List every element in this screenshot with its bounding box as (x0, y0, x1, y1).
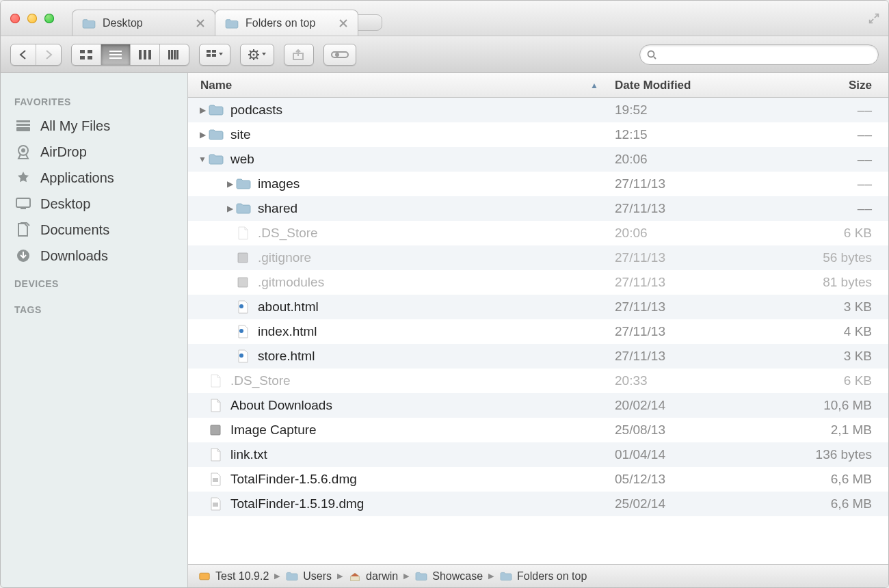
svg-line-31 (256, 51, 258, 52)
file-row[interactable]: About Downloads 20/02/14 10,6 MB (188, 393, 888, 418)
file-row[interactable]: index.html 27/11/13 4 KB (188, 319, 888, 344)
share-button[interactable] (284, 44, 314, 66)
column-date-modified[interactable]: Date Modified (608, 79, 779, 92)
disclosure-triangle-icon[interactable]: ▶ (198, 105, 207, 115)
file-date: 12:15 (608, 127, 779, 142)
folder-icon (414, 571, 428, 582)
column-name[interactable]: Name ▲ (188, 79, 608, 92)
file-row[interactable]: ▶ site 12:15 –– (188, 122, 888, 147)
file-rows: ▶ podcasts 19:52 –– ▶ site 12:15 –– ▼ we… (188, 98, 888, 564)
file-row[interactable]: ▶ images 27/11/13 –– (188, 172, 888, 196)
path-label: Users (303, 570, 332, 583)
path-label: darwin (366, 570, 398, 583)
path-label: Test 10.9.2 (215, 570, 269, 583)
file-row[interactable]: TotalFinder-1.5.19.dmg 25/02/14 6,6 MB (188, 492, 888, 516)
column-size[interactable]: Size (779, 79, 888, 92)
view-coverflow-button[interactable] (160, 44, 189, 65)
path-item[interactable]: Test 10.9.2 (198, 570, 269, 583)
nav-forward-button[interactable] (36, 44, 61, 65)
file-row[interactable]: about.html 27/11/13 3 KB (188, 295, 888, 319)
file-name: .DS_Store (230, 373, 291, 388)
file-icon (207, 373, 225, 388)
svg-line-28 (250, 51, 251, 52)
tab-close-icon[interactable] (196, 18, 205, 28)
folder-icon (235, 176, 252, 191)
file-row[interactable]: Image Capture 25/08/13 2,1 MB (188, 418, 888, 442)
svg-rect-13 (148, 50, 151, 59)
arrange-button[interactable] (199, 44, 230, 66)
file-row[interactable]: .gitignore 27/11/13 56 bytes (188, 245, 888, 270)
svg-rect-18 (207, 50, 211, 53)
sidebar-item-label: AirDrop (40, 144, 87, 160)
sidebar-item[interactable]: Desktop (1, 191, 187, 217)
fullscreen-icon[interactable] (868, 12, 880, 25)
sidebar-item-label: All My Files (40, 118, 110, 134)
path-label: Folders on top (517, 570, 587, 583)
window-minimize-icon[interactable] (27, 14, 37, 23)
disclosure-triangle-icon[interactable]: ▼ (198, 155, 207, 164)
file-row[interactable]: .DS_Store 20:06 6 KB (188, 221, 888, 245)
file-date: 19:52 (608, 103, 779, 118)
svg-point-41 (21, 148, 25, 152)
file-date: 27/11/13 (608, 324, 779, 339)
folder-icon (82, 18, 96, 29)
svg-rect-11 (139, 50, 142, 59)
html-file-icon (235, 349, 252, 364)
file-row[interactable]: TotalFinder-1.5.6.dmg 05/12/13 6,6 MB (188, 467, 888, 492)
window-close-icon[interactable] (10, 14, 20, 23)
path-item[interactable]: Folders on top (499, 570, 587, 583)
file-row[interactable]: ▼ web 20:06 –– (188, 147, 888, 172)
file-row[interactable]: .gitmodules 27/11/13 81 bytes (188, 270, 888, 295)
file-size: 6,6 MB (779, 472, 888, 487)
svg-rect-39 (16, 127, 30, 131)
view-column-button[interactable] (131, 44, 160, 65)
file-name: store.html (258, 349, 315, 364)
view-list-button[interactable] (101, 44, 131, 65)
path-item[interactable]: darwin (348, 570, 398, 583)
file-row[interactable]: .DS_Store 20:33 6 KB (188, 369, 888, 393)
tab-label: Folders on top (246, 17, 339, 29)
tags-button[interactable] (323, 44, 356, 66)
path-item[interactable]: Users (285, 570, 332, 583)
file-row[interactable]: ▶ shared 27/11/13 –– (188, 196, 888, 221)
nav-back-button[interactable] (11, 44, 36, 65)
file-date: 20:33 (608, 373, 779, 388)
svg-rect-9 (109, 54, 122, 55)
file-date: 27/11/13 (608, 176, 779, 191)
search-field[interactable] (639, 44, 879, 65)
file-size: –– (779, 152, 888, 167)
path-item[interactable]: Showcase (414, 570, 483, 583)
file-date: 25/08/13 (608, 423, 779, 438)
window-zoom-icon[interactable] (44, 14, 54, 23)
file-size: –– (779, 127, 888, 142)
tab[interactable]: Desktop (72, 10, 215, 36)
file-row[interactable]: ▶ podcasts 19:52 –– (188, 98, 888, 122)
svg-line-30 (250, 57, 251, 59)
sidebar-item[interactable]: Applications (1, 165, 187, 191)
file-size: –– (779, 176, 888, 191)
action-button[interactable] (240, 44, 274, 66)
search-input[interactable] (661, 49, 871, 60)
svg-rect-33 (332, 52, 348, 57)
new-tab-button[interactable] (358, 14, 382, 31)
file-name: TotalFinder-1.5.6.dmg (230, 472, 357, 487)
tab[interactable]: Folders on top (215, 10, 358, 36)
disclosure-triangle-icon[interactable]: ▶ (225, 204, 235, 213)
tab-close-icon[interactable] (339, 18, 348, 28)
disclosure-triangle-icon[interactable]: ▶ (198, 130, 207, 139)
sidebar-item[interactable]: All My Files (1, 113, 187, 139)
svg-rect-19 (212, 50, 216, 53)
file-date: 20:06 (608, 226, 779, 241)
chevron-right-icon: ▶ (337, 572, 343, 580)
file-name: About Downloads (230, 398, 332, 413)
sidebar-item[interactable]: AirDrop (1, 139, 187, 165)
folder-icon (207, 127, 225, 142)
disclosure-triangle-icon[interactable]: ▶ (225, 179, 235, 189)
rtf-file-icon (207, 398, 225, 413)
app-icon (207, 423, 225, 438)
file-row[interactable]: link.txt 01/04/14 136 bytes (188, 442, 888, 467)
file-row[interactable]: store.html 27/11/13 3 KB (188, 344, 888, 369)
sidebar-item[interactable]: Downloads (1, 243, 187, 269)
view-icon-button[interactable] (72, 44, 101, 65)
sidebar-item[interactable]: Documents (1, 217, 187, 243)
